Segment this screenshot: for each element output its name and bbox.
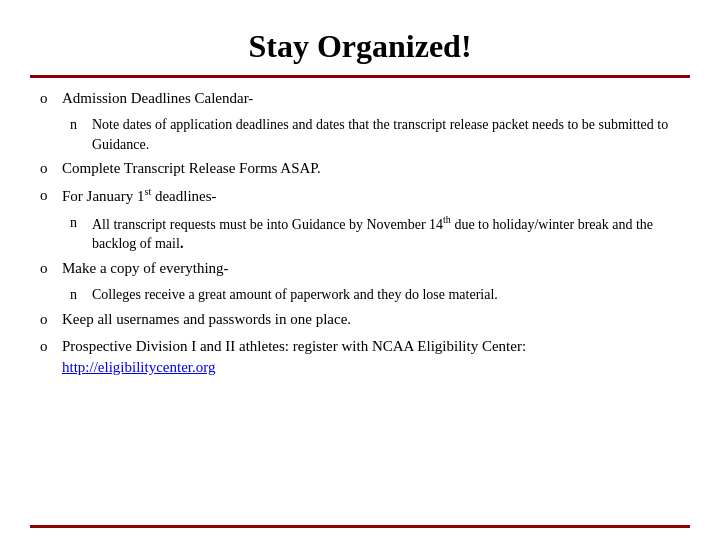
bullet-text: Prospective Division I and II athletes: …: [62, 336, 680, 378]
bullet-text: Admission Deadlines Calendar-: [62, 88, 680, 109]
list-item: n All transcript requests must be into G…: [70, 213, 680, 254]
eligibility-link[interactable]: http://eligibilitycenter.org: [62, 359, 215, 375]
bullet-icon: o: [40, 309, 62, 330]
bullet-icon: o: [40, 336, 62, 357]
list-item: o For January 1st deadlines-: [40, 185, 680, 207]
list-item: o Make a copy of everything-: [40, 258, 680, 279]
title-area: Stay Organized!: [0, 0, 720, 75]
list-item: n Note dates of application deadlines an…: [70, 115, 680, 154]
list-item: o Prospective Division I and II athletes…: [40, 336, 680, 378]
sub-bullet-icon: n: [70, 115, 92, 135]
list-item: o Keep all usernames and passwords in on…: [40, 309, 680, 330]
sub-bullet-text: Colleges receive a great amount of paper…: [92, 285, 680, 305]
sub-bullet-text: All transcript requests must be into Gui…: [92, 213, 680, 254]
bullet-text: Keep all usernames and passwords in one …: [62, 309, 680, 330]
sub-bullet-text: Note dates of application deadlines and …: [92, 115, 680, 154]
list-item: o Admission Deadlines Calendar-: [40, 88, 680, 109]
list-item: n Colleges receive a great amount of pap…: [70, 285, 680, 305]
bullet-icon: o: [40, 258, 62, 279]
bullet-text: Complete Transcript Release Forms ASAP.: [62, 158, 680, 179]
bullet-icon: o: [40, 185, 62, 206]
slide: Stay Organized! o Admission Deadlines Ca…: [0, 0, 720, 540]
list-item: o Complete Transcript Release Forms ASAP…: [40, 158, 680, 179]
sub-bullet-icon: n: [70, 285, 92, 305]
bullet-icon: o: [40, 88, 62, 109]
sub-bullet-icon: n: [70, 213, 92, 233]
bullet-text: For January 1st deadlines-: [62, 185, 680, 207]
content-area: o Admission Deadlines Calendar- n Note d…: [0, 78, 720, 525]
bottom-divider: [30, 525, 690, 528]
slide-title: Stay Organized!: [248, 28, 471, 64]
bullet-text: Make a copy of everything-: [62, 258, 680, 279]
bullet-icon: o: [40, 158, 62, 179]
